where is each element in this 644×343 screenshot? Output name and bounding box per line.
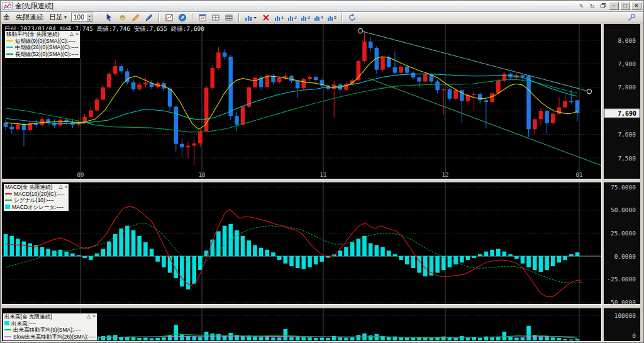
svg-text:100000: 100000	[614, 312, 636, 319]
macd-line-swatch	[5, 193, 12, 194]
volume-ma26-swatch	[4, 336, 11, 337]
svg-text:7,900: 7,900	[618, 60, 636, 67]
main-plot-area	[2, 24, 601, 169]
legend-close-button[interactable]: ×	[65, 184, 68, 191]
hand-icon[interactable]	[117, 13, 128, 23]
title-bar: 金[先限連続] ✎ ↻ – □ ×	[1, 1, 643, 12]
timeframe-dropdown[interactable]: 日足 ▾	[49, 13, 67, 22]
indicator-4-icon[interactable]: 4	[313, 13, 325, 23]
ma-short-swatch	[6, 40, 13, 42]
volume-ma9-label: 出来高移動平均(9)(SMA):----	[13, 327, 81, 334]
volume-legend: 出来高(金 先限連続) △ × 出来高:---- 出来高移動平均(9)(SMA)…	[3, 313, 97, 341]
grid-2x2-icon[interactable]	[210, 13, 221, 23]
svg-text:-50.0000: -50.0000	[607, 299, 636, 306]
chart-canvas[interactable]: 09101112018,0007,9007,8007,7007,6007,500…	[1, 23, 644, 343]
window-chart-icon	[3, 2, 13, 10]
svg-text:2: 2	[294, 15, 297, 20]
minimize-button[interactable]: –	[609, 2, 619, 10]
refresh-window-icon[interactable]: ↻	[587, 2, 597, 10]
toolbar-separator	[341, 13, 343, 22]
indicator-1-icon[interactable]: 1	[274, 13, 285, 23]
toolbar-separator	[158, 13, 160, 22]
volume-swatch	[4, 321, 9, 325]
svg-text:0: 0	[632, 332, 636, 339]
trendline-handle[interactable]	[358, 28, 362, 33]
grid-3x3-icon[interactable]	[223, 13, 235, 23]
svg-text:1: 1	[281, 15, 284, 20]
copy-window-icon[interactable]	[598, 2, 608, 10]
volume-ma9-swatch	[4, 329, 11, 330]
svg-text:7,800: 7,800	[618, 84, 636, 91]
svg-text:11: 11	[320, 172, 327, 178]
timeframe-value: 日足	[49, 13, 63, 22]
volume-label: 出来高:----	[11, 320, 36, 327]
svg-text:25.0000: 25.0000	[611, 230, 636, 237]
svg-text:8,000: 8,000	[618, 37, 636, 44]
volume-ma26-label: Slow出来高移動平均(26)(SMA):----	[13, 334, 96, 340]
legend-collapse-button[interactable]: △	[87, 313, 91, 320]
svg-text:50.0000: 50.0000	[611, 206, 636, 213]
legend-close-button[interactable]: ×	[92, 313, 96, 320]
macd-plot-area	[2, 183, 601, 304]
spinner-arrows-icon[interactable]: ▴▾	[87, 14, 92, 21]
maximize-button[interactable]: □	[620, 2, 630, 10]
svg-text:12: 12	[442, 172, 449, 178]
toolbar-separator	[238, 13, 240, 22]
svg-text:3: 3	[308, 15, 310, 20]
ma-legend: 移動平均(金 先限連続) △ × 短期線(9)(0)(SMA)(C):---- …	[4, 30, 80, 59]
indicator-2-icon[interactable]: 2	[287, 13, 298, 23]
ma-mid-swatch	[6, 47, 13, 48]
current-price-badge: 7,690	[604, 109, 640, 118]
axis-chart-icon[interactable]	[164, 13, 175, 23]
svg-text:5: 5	[334, 15, 336, 20]
legend-close-button[interactable]: ×	[75, 31, 79, 38]
macd-legend-title: MACD(金 先限連続)	[5, 184, 53, 191]
wrench-icon[interactable]	[626, 13, 637, 23]
svg-text:09: 09	[77, 172, 84, 178]
ma-mid-label: 中期線(26)(0)(SMA)(C):----	[15, 44, 79, 51]
window-title: 金[先限連続]	[15, 1, 53, 11]
cursor-icon[interactable]	[104, 13, 115, 23]
close-button[interactable]: ×	[631, 2, 641, 10]
refresh-icon[interactable]	[347, 13, 358, 23]
svg-text:01: 01	[576, 172, 583, 178]
macd-legend: MACD(金 先限連続) △ × MACD(10)(20)(C):---- シグ…	[3, 183, 69, 211]
toolbar: 金 先限連続 日足 ▾ 100 ▴▾ 1 2 3 4 5	[1, 12, 643, 23]
bar-count-spinner[interactable]: 100 ▴▾	[71, 13, 92, 22]
ma-short-label: 短期線(9)(0)(SMA)(C):----	[15, 38, 75, 45]
macd-osc-swatch	[5, 205, 10, 209]
indicator-5-icon[interactable]: 5	[326, 13, 338, 23]
ma-long-label: 長期線(52)(0)(SMA)(C):----	[15, 51, 79, 58]
time-axis-strip	[2, 169, 601, 179]
svg-text:0.0000: 0.0000	[614, 253, 636, 260]
macd-osc-label: MACDオシレータ:----	[12, 204, 64, 211]
indicator-bars-dropdown-icon[interactable]	[243, 13, 258, 23]
volume-legend-title: 出来高(金 先限連続)	[4, 313, 52, 320]
legend-collapse-button[interactable]: △	[70, 31, 74, 38]
app-window: 金[先限連続] ✎ ↻ – □ × 金 先限連続 日足 ▾ 100 ▴▾	[0, 0, 644, 343]
navigate-icon[interactable]	[177, 13, 188, 23]
legend-collapse-button[interactable]: △	[59, 184, 63, 191]
trendline-handle[interactable]	[587, 89, 591, 94]
toolbar-separator	[192, 13, 193, 22]
bar-count-value: 100	[72, 14, 87, 21]
macd-line-label: MACD(10)(20)(C):----	[14, 191, 65, 198]
svg-text:4: 4	[321, 15, 323, 20]
pin-icon[interactable]: ✎	[577, 2, 586, 10]
chart-area: 09101112018,0007,9007,8007,7007,6007,500…	[1, 23, 644, 343]
ma-long-swatch	[6, 53, 13, 55]
new-chart-icon[interactable]	[197, 13, 208, 23]
svg-text:75.0000: 75.0000	[611, 184, 636, 191]
signal-line-label: シグナル(10):----	[14, 197, 54, 204]
signal-line-swatch	[5, 200, 12, 201]
svg-text:7,690: 7,690	[618, 110, 636, 117]
delete-indicator-icon[interactable]	[260, 13, 272, 23]
contract-label: 先限連続	[16, 13, 43, 22]
pencil-icon[interactable]	[130, 13, 142, 23]
toolbar-separator	[99, 13, 100, 22]
svg-text:10: 10	[199, 172, 206, 178]
indicator-3-icon[interactable]: 3	[300, 13, 311, 23]
instrument-label: 金	[3, 13, 10, 22]
marker-icon[interactable]	[143, 13, 155, 23]
svg-text:7,600: 7,600	[618, 131, 636, 138]
